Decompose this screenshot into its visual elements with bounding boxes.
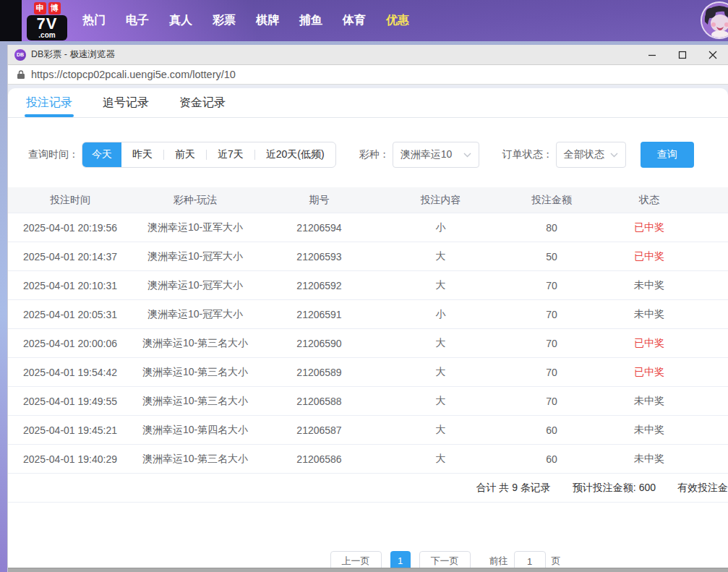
chevron-down-icon [610, 153, 618, 158]
cell-status: 未中奖 [602, 308, 696, 321]
lottery-filter-label: 彩种： [359, 148, 390, 161]
record-tabs: 投注记录 追号记录 资金记录 [8, 88, 728, 118]
summary-total-count: 合计 共 9 条记录 [476, 482, 550, 495]
time-option-today[interactable]: 今天 [82, 142, 121, 167]
cell-amount: 60 [501, 424, 602, 436]
cell-amount: 50 [501, 251, 602, 262]
cell-content: 大 [380, 250, 501, 263]
table-summary-row: 合计 共 9 条记录 预计投注金额: 600 有效投注金额 [8, 474, 728, 503]
browser-titlebar[interactable]: DB DB彩票 - 极速浏览器 [8, 45, 728, 65]
summary-expected-amount: 预计投注金额: 600 [573, 482, 656, 495]
time-option-7days[interactable]: 近7天 [207, 142, 254, 167]
time-range-group: 今天 昨天 前天 近7天 近20天(低频) [82, 142, 336, 168]
cell-play: 澳洲幸运10-冠军大小 [132, 250, 258, 263]
nav-item-chess[interactable]: 棋牌 [246, 13, 289, 28]
cell-amount: 80 [501, 222, 602, 234]
nav-item-promo[interactable]: 优惠 [376, 13, 419, 28]
user-avatar[interactable] [701, 1, 728, 39]
cell-play: 澳洲幸运10-冠军大小 [132, 308, 258, 321]
cell-status: 未中奖 [602, 395, 696, 408]
nav-item-lottery[interactable]: 彩票 [202, 13, 246, 28]
cell-time: 2025-04-01 19:40:29 [8, 453, 132, 465]
minimize-icon[interactable] [637, 45, 667, 64]
tab-fund-records[interactable]: 资金记录 [179, 88, 226, 117]
cell-play: 澳洲幸运10-冠军大小 [132, 279, 258, 292]
url-text[interactable]: https://ctopcp02pcali.uengi5e.com/lotter… [31, 69, 236, 80]
tab-label: 资金记录 [179, 95, 226, 111]
cell-time: 2025-04-01 20:05:31 [8, 309, 132, 320]
cell-issue: 21206590 [258, 338, 380, 349]
cell-play: 澳洲幸运10-第四名大小 [132, 424, 258, 437]
table-row: 2025-04-01 19:45:21 澳洲幸运10-第四名大小 2120658… [8, 416, 728, 445]
header-bet-amount: 投注金额 [501, 194, 602, 207]
browser-urlbar[interactable]: https://ctopcp02pcali.uengi5e.com/lotter… [8, 65, 728, 85]
cell-issue: 21206589 [258, 367, 380, 378]
nav-item-fishing[interactable]: 捕鱼 [289, 13, 333, 28]
page-unit-label: 页 [552, 555, 561, 568]
lock-icon [17, 69, 25, 80]
cell-status: 未中奖 [602, 424, 696, 437]
tab-chase-records[interactable]: 追号记录 [103, 88, 149, 117]
summary-valid-amount: 有效投注金额 [677, 482, 728, 495]
cell-issue: 21206591 [258, 309, 380, 320]
tab-bet-records[interactable]: 投注记录 [26, 88, 72, 117]
table-row: 2025-04-01 20:14:37 澳洲幸运10-冠军大小 21206593… [8, 242, 728, 271]
cell-content: 小 [380, 221, 501, 234]
cell-play: 澳洲幸运10-第三名大小 [132, 366, 258, 379]
time-option-20days[interactable]: 近20天(低频) [255, 142, 335, 167]
window-bottom-frame [8, 568, 728, 572]
table-body: 2025-04-01 20:19:56 澳洲幸运10-亚军大小 21206594… [8, 213, 728, 474]
cell-issue: 21206587 [258, 424, 380, 436]
logo-box: 7V .com [27, 15, 67, 40]
cell-status: 已中奖 [602, 221, 696, 234]
time-option-day-before[interactable]: 前天 [164, 142, 206, 167]
cell-status: 未中奖 [602, 279, 696, 292]
table-row: 2025-04-01 20:00:06 澳洲幸运10-第三名大小 2120659… [8, 329, 728, 358]
cell-content: 大 [380, 337, 501, 350]
records-card: 投注记录 追号记录 资金记录 查询时间： 今天 昨天 前天 [8, 88, 728, 572]
avatar-illustration [702, 3, 728, 38]
time-option-yesterday[interactable]: 昨天 [121, 142, 163, 167]
header-bet-time: 投注时间 [8, 194, 132, 207]
search-button[interactable]: 查询 [641, 142, 694, 168]
logo-main-text: 7V [27, 16, 67, 32]
cell-amount: 70 [501, 280, 602, 291]
table-row: 2025-04-01 20:10:31 澳洲幸运10-冠军大小 21206592… [8, 271, 728, 300]
cell-content: 大 [380, 279, 501, 292]
cell-amount: 60 [501, 453, 602, 465]
cell-content: 大 [380, 424, 501, 437]
site-nav: 热门 电子 真人 彩票 棋牌 捕鱼 体育 优惠 [72, 0, 419, 41]
window-controls [637, 45, 728, 64]
lottery-select[interactable]: 澳洲幸运10 [393, 142, 479, 168]
nav-item-live[interactable]: 真人 [159, 13, 202, 28]
header-bet-content: 投注内容 [380, 194, 501, 207]
cell-play: 澳洲幸运10-第三名大小 [132, 453, 258, 466]
nav-item-slots[interactable]: 电子 [116, 13, 159, 28]
chevron-down-icon [463, 153, 471, 158]
logo-badge-bo: 博 [48, 2, 61, 14]
logo-badge-shen: 申 [34, 2, 46, 14]
cell-time: 2025-04-01 20:14:37 [8, 251, 132, 262]
nav-item-sports[interactable]: 体育 [333, 13, 376, 28]
cell-content: 大 [380, 366, 501, 379]
status-filter-label: 订单状态： [502, 148, 553, 161]
order-status-select[interactable]: 全部状态 [556, 142, 626, 168]
cell-issue: 21206592 [258, 280, 380, 291]
cell-time: 2025-04-01 20:19:56 [8, 222, 132, 234]
close-icon[interactable] [698, 45, 728, 64]
lottery-select-value: 澳洲幸运10 [401, 148, 453, 161]
cell-time: 2025-04-01 20:10:31 [8, 280, 132, 291]
status-select-value: 全部状态 [564, 148, 604, 161]
table-row: 2025-04-01 19:49:55 澳洲幸运10-第三名大小 2120658… [8, 387, 728, 416]
site-logo[interactable]: 申 博 7V .com [26, 2, 68, 40]
cell-amount: 70 [501, 338, 602, 349]
cell-play: 澳洲幸运10-第三名大小 [132, 337, 258, 350]
site-header: 申 博 7V .com 热门 电子 真人 彩票 棋牌 捕鱼 体育 优惠 [0, 0, 728, 41]
tab-label: 投注记录 [26, 95, 72, 111]
table-header-row: 投注时间 彩种-玩法 期号 投注内容 投注金额 状态 [8, 187, 728, 213]
cell-time: 2025-04-01 19:45:21 [8, 424, 132, 436]
time-filter-label: 查询时间： [28, 148, 79, 161]
nav-item-hot[interactable]: 热门 [72, 13, 116, 28]
maximize-icon[interactable] [667, 45, 698, 64]
cell-content: 大 [380, 395, 501, 408]
